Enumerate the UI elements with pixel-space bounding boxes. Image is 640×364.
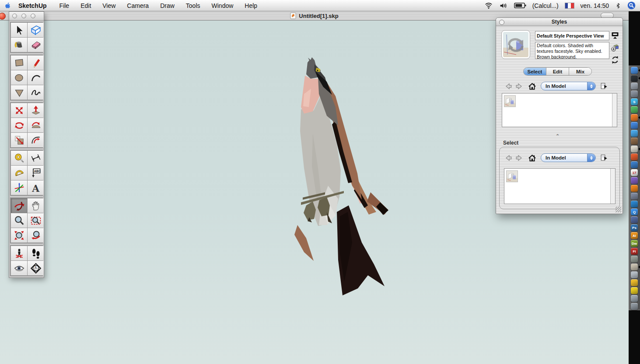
- tool-position-camera[interactable]: [11, 246, 27, 260]
- tab-mix[interactable]: Mix: [569, 68, 591, 75]
- create-new-style-button[interactable]: [611, 43, 620, 53]
- dock-item-vlc[interactable]: [629, 184, 640, 192]
- dock-item-ical[interactable]: 17: [629, 169, 640, 177]
- menu-view[interactable]: View: [97, 0, 121, 11]
- dock-item-image-capture[interactable]: [629, 255, 640, 263]
- dock-item-movie-tool[interactable]: [629, 192, 640, 200]
- tool-pan[interactable]: [28, 198, 44, 213]
- styles-titlebar[interactable]: Styles: [496, 18, 623, 26]
- tool-scale[interactable]: [11, 133, 27, 147]
- tool-protractor[interactable]: [11, 166, 27, 180]
- dock-item-stacks[interactable]: [629, 302, 640, 310]
- collapse-pane-chevron-icon[interactable]: ⌃: [556, 133, 560, 139]
- tool-zoom[interactable]: [11, 213, 27, 228]
- styles-close-button[interactable]: [499, 20, 504, 25]
- volume-icon[interactable]: [499, 2, 508, 9]
- style-list-scrollbar[interactable]: [612, 94, 617, 127]
- dock-item-skype[interactable]: S: [629, 98, 640, 106]
- tool-3d-text[interactable]: A: [28, 180, 44, 195]
- dock-item-messenger[interactable]: [629, 106, 640, 114]
- style-preview-thumbnail[interactable]: [501, 30, 530, 59]
- dock-item-flash[interactable]: Fl: [629, 247, 640, 255]
- dock-item-google-earth[interactable]: [629, 121, 640, 129]
- tool-rotate[interactable]: [11, 118, 27, 132]
- style-list[interactable]: [502, 93, 617, 127]
- palette-zoom-button[interactable]: [31, 14, 35, 18]
- tool-push-pull[interactable]: [28, 103, 44, 118]
- input-language-flag[interactable]: [565, 3, 574, 9]
- tool-eraser[interactable]: [28, 38, 44, 52]
- dock-item-draw-tool[interactable]: [629, 263, 640, 271]
- tool-follow-me[interactable]: [28, 118, 44, 132]
- dock-item-film-reel[interactable]: [629, 216, 640, 224]
- style-name-field[interactable]: Default Style Perspective View: [535, 31, 609, 40]
- tool-axes[interactable]: [11, 180, 27, 195]
- dock-item-address-book[interactable]: [629, 137, 640, 145]
- secondary-back-arrow-button[interactable]: [503, 153, 514, 162]
- tool-zoom-extents[interactable]: [11, 228, 27, 243]
- dock-item-dvd-player[interactable]: [629, 177, 640, 184]
- tool-look-around[interactable]: [11, 261, 27, 275]
- tool-orbit[interactable]: [11, 198, 27, 213]
- secondary-style-list-scrollbar[interactable]: [610, 169, 615, 204]
- menu-file[interactable]: File: [54, 0, 75, 11]
- dock-item-preview[interactable]: [629, 82, 640, 90]
- collection-dropdown[interactable]: In Model: [541, 82, 596, 90]
- secondary-in-model-style-thumbnail[interactable]: [506, 170, 518, 182]
- dock-item-photoshop[interactable]: Ps: [629, 224, 640, 232]
- update-style-button[interactable]: [611, 55, 620, 65]
- menu-help[interactable]: Help: [239, 0, 263, 11]
- in-model-style-thumbnail[interactable]: [504, 95, 516, 107]
- secondary-forward-arrow-button[interactable]: [514, 153, 524, 162]
- bird-3d-model[interactable]: [287, 55, 394, 299]
- dock-item-photo-album[interactable]: [629, 295, 640, 302]
- bluetooth-icon[interactable]: [615, 2, 621, 10]
- secondary-style-list[interactable]: [504, 168, 616, 204]
- palette-resize-grip[interactable]: [616, 207, 621, 212]
- tool-dimension[interactable]: [28, 151, 44, 165]
- dock-item-dreamweaver[interactable]: Dw: [629, 239, 640, 247]
- forward-arrow-button[interactable]: [514, 82, 524, 90]
- tool-select[interactable]: [11, 23, 27, 37]
- battery-status-text[interactable]: (Calcul...): [532, 2, 559, 9]
- tool-section-plane[interactable]: CR·S: [28, 261, 44, 275]
- secondary-collection-dropdown[interactable]: In Model: [541, 153, 596, 162]
- menu-camera[interactable]: Camera: [121, 0, 154, 11]
- dock-item-finder[interactable]: [629, 66, 640, 74]
- menu-sketchup[interactable]: SketchUp: [15, 0, 54, 11]
- details-menu-button[interactable]: [598, 82, 609, 90]
- back-arrow-button[interactable]: [503, 82, 514, 90]
- tool-move[interactable]: [11, 103, 27, 118]
- secondary-details-menu-button[interactable]: [598, 153, 609, 162]
- tool-palette-titlebar[interactable]: [9, 12, 44, 21]
- dock-item-illustrator[interactable]: Ai: [629, 232, 640, 239]
- tool-freehand[interactable]: [28, 85, 44, 100]
- palette-minimize-button[interactable]: [21, 14, 26, 18]
- tool-line[interactable]: [28, 55, 44, 70]
- dock-item-blue-utility[interactable]: [629, 200, 640, 208]
- dock-item-firefox[interactable]: [629, 114, 640, 121]
- dock-item-ichat[interactable]: [629, 129, 640, 137]
- tool-rectangle[interactable]: [11, 55, 27, 70]
- dock-item-apple-utility[interactable]: [629, 271, 640, 279]
- tool-circle[interactable]: [11, 70, 27, 85]
- menu-window[interactable]: Window: [206, 0, 239, 11]
- battery-icon[interactable]: [514, 2, 526, 9]
- style-description-field[interactable]: Default colors. Shaded with textures fac…: [535, 42, 609, 59]
- secondary-pane-toggle-button[interactable]: [611, 31, 620, 41]
- secondary-home-button[interactable]: [527, 153, 537, 162]
- menu-tools[interactable]: Tools: [180, 0, 206, 11]
- dock-item-quicktime[interactable]: Q: [629, 208, 640, 216]
- dock-item-textedit[interactable]: [629, 145, 640, 153]
- tool-walk[interactable]: [28, 246, 44, 260]
- dock-item-photo-booth[interactable]: [629, 90, 640, 98]
- menubar-clock[interactable]: ven. 14:50: [581, 2, 609, 9]
- spotlight-icon[interactable]: [627, 1, 636, 10]
- apple-menu[interactable]: [0, 2, 15, 9]
- dock-item-rubber-duck[interactable]: [629, 287, 640, 295]
- palette-close-button[interactable]: [12, 14, 17, 18]
- tab-select[interactable]: Select: [524, 68, 546, 75]
- tool-paint-bucket[interactable]: [11, 38, 27, 52]
- tool-tape-measure[interactable]: [11, 151, 27, 165]
- tool-offset[interactable]: [28, 133, 44, 147]
